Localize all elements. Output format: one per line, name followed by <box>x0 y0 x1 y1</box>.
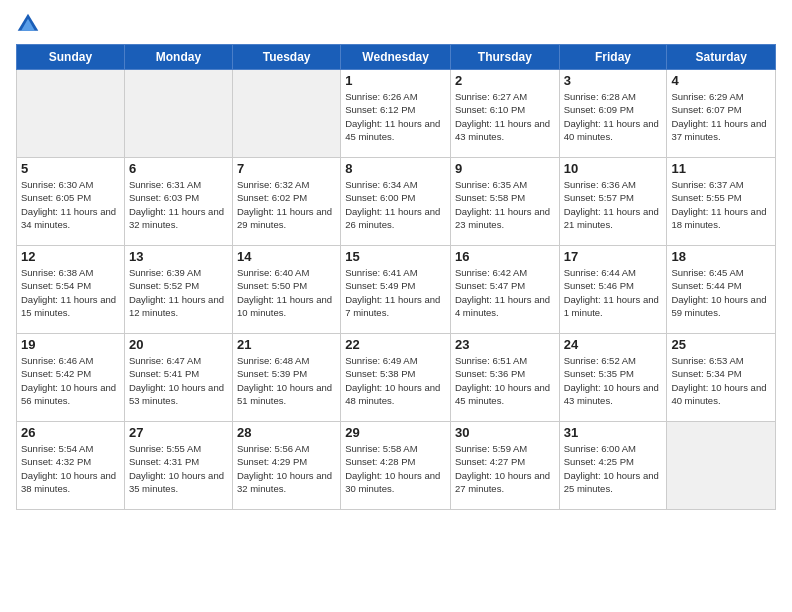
calendar-cell: 21Sunrise: 6:48 AM Sunset: 5:39 PM Dayli… <box>232 334 340 422</box>
calendar-week-row: 5Sunrise: 6:30 AM Sunset: 6:05 PM Daylig… <box>17 158 776 246</box>
day-number: 11 <box>671 161 771 176</box>
day-number: 26 <box>21 425 120 440</box>
day-info: Sunrise: 6:30 AM Sunset: 6:05 PM Dayligh… <box>21 178 120 231</box>
day-number: 18 <box>671 249 771 264</box>
calendar-cell: 1Sunrise: 6:26 AM Sunset: 6:12 PM Daylig… <box>341 70 451 158</box>
day-info: Sunrise: 6:40 AM Sunset: 5:50 PM Dayligh… <box>237 266 336 319</box>
calendar-cell: 13Sunrise: 6:39 AM Sunset: 5:52 PM Dayli… <box>124 246 232 334</box>
day-header-thursday: Thursday <box>450 45 559 70</box>
day-header-sunday: Sunday <box>17 45 125 70</box>
day-number: 8 <box>345 161 446 176</box>
calendar-cell: 23Sunrise: 6:51 AM Sunset: 5:36 PM Dayli… <box>450 334 559 422</box>
calendar-week-row: 1Sunrise: 6:26 AM Sunset: 6:12 PM Daylig… <box>17 70 776 158</box>
day-info: Sunrise: 6:28 AM Sunset: 6:09 PM Dayligh… <box>564 90 663 143</box>
day-number: 24 <box>564 337 663 352</box>
day-info: Sunrise: 6:49 AM Sunset: 5:38 PM Dayligh… <box>345 354 446 407</box>
day-info: Sunrise: 6:53 AM Sunset: 5:34 PM Dayligh… <box>671 354 771 407</box>
day-info: Sunrise: 6:37 AM Sunset: 5:55 PM Dayligh… <box>671 178 771 231</box>
calendar-cell: 7Sunrise: 6:32 AM Sunset: 6:02 PM Daylig… <box>232 158 340 246</box>
day-number: 17 <box>564 249 663 264</box>
calendar-cell: 18Sunrise: 6:45 AM Sunset: 5:44 PM Dayli… <box>667 246 776 334</box>
day-info: Sunrise: 6:41 AM Sunset: 5:49 PM Dayligh… <box>345 266 446 319</box>
day-header-tuesday: Tuesday <box>232 45 340 70</box>
day-info: Sunrise: 6:42 AM Sunset: 5:47 PM Dayligh… <box>455 266 555 319</box>
day-number: 2 <box>455 73 555 88</box>
calendar-week-row: 26Sunrise: 5:54 AM Sunset: 4:32 PM Dayli… <box>17 422 776 510</box>
day-info: Sunrise: 5:55 AM Sunset: 4:31 PM Dayligh… <box>129 442 228 495</box>
day-number: 28 <box>237 425 336 440</box>
day-info: Sunrise: 6:35 AM Sunset: 5:58 PM Dayligh… <box>455 178 555 231</box>
day-number: 12 <box>21 249 120 264</box>
day-info: Sunrise: 6:46 AM Sunset: 5:42 PM Dayligh… <box>21 354 120 407</box>
calendar-cell: 20Sunrise: 6:47 AM Sunset: 5:41 PM Dayli… <box>124 334 232 422</box>
day-number: 20 <box>129 337 228 352</box>
day-info: Sunrise: 6:38 AM Sunset: 5:54 PM Dayligh… <box>21 266 120 319</box>
calendar-cell: 8Sunrise: 6:34 AM Sunset: 6:00 PM Daylig… <box>341 158 451 246</box>
day-info: Sunrise: 6:47 AM Sunset: 5:41 PM Dayligh… <box>129 354 228 407</box>
day-number: 14 <box>237 249 336 264</box>
day-number: 4 <box>671 73 771 88</box>
day-info: Sunrise: 6:00 AM Sunset: 4:25 PM Dayligh… <box>564 442 663 495</box>
day-number: 21 <box>237 337 336 352</box>
day-header-saturday: Saturday <box>667 45 776 70</box>
calendar-cell: 4Sunrise: 6:29 AM Sunset: 6:07 PM Daylig… <box>667 70 776 158</box>
day-header-monday: Monday <box>124 45 232 70</box>
day-info: Sunrise: 6:31 AM Sunset: 6:03 PM Dayligh… <box>129 178 228 231</box>
calendar-cell: 31Sunrise: 6:00 AM Sunset: 4:25 PM Dayli… <box>559 422 667 510</box>
day-info: Sunrise: 6:34 AM Sunset: 6:00 PM Dayligh… <box>345 178 446 231</box>
calendar-cell: 28Sunrise: 5:56 AM Sunset: 4:29 PM Dayli… <box>232 422 340 510</box>
day-number: 15 <box>345 249 446 264</box>
calendar-cell: 14Sunrise: 6:40 AM Sunset: 5:50 PM Dayli… <box>232 246 340 334</box>
day-number: 25 <box>671 337 771 352</box>
day-number: 1 <box>345 73 446 88</box>
day-info: Sunrise: 6:45 AM Sunset: 5:44 PM Dayligh… <box>671 266 771 319</box>
day-number: 19 <box>21 337 120 352</box>
calendar-cell <box>124 70 232 158</box>
day-number: 23 <box>455 337 555 352</box>
page-container: SundayMondayTuesdayWednesdayThursdayFrid… <box>0 0 792 518</box>
day-number: 9 <box>455 161 555 176</box>
day-info: Sunrise: 6:48 AM Sunset: 5:39 PM Dayligh… <box>237 354 336 407</box>
logo <box>16 12 44 36</box>
day-info: Sunrise: 6:52 AM Sunset: 5:35 PM Dayligh… <box>564 354 663 407</box>
day-info: Sunrise: 5:56 AM Sunset: 4:29 PM Dayligh… <box>237 442 336 495</box>
day-info: Sunrise: 6:36 AM Sunset: 5:57 PM Dayligh… <box>564 178 663 231</box>
day-info: Sunrise: 6:44 AM Sunset: 5:46 PM Dayligh… <box>564 266 663 319</box>
day-header-friday: Friday <box>559 45 667 70</box>
calendar-week-row: 12Sunrise: 6:38 AM Sunset: 5:54 PM Dayli… <box>17 246 776 334</box>
calendar-cell: 12Sunrise: 6:38 AM Sunset: 5:54 PM Dayli… <box>17 246 125 334</box>
calendar-cell: 29Sunrise: 5:58 AM Sunset: 4:28 PM Dayli… <box>341 422 451 510</box>
calendar-cell: 24Sunrise: 6:52 AM Sunset: 5:35 PM Dayli… <box>559 334 667 422</box>
day-number: 16 <box>455 249 555 264</box>
day-number: 13 <box>129 249 228 264</box>
calendar-table: SundayMondayTuesdayWednesdayThursdayFrid… <box>16 44 776 510</box>
day-number: 31 <box>564 425 663 440</box>
calendar-cell <box>667 422 776 510</box>
calendar-cell <box>232 70 340 158</box>
day-info: Sunrise: 6:29 AM Sunset: 6:07 PM Dayligh… <box>671 90 771 143</box>
calendar-cell: 6Sunrise: 6:31 AM Sunset: 6:03 PM Daylig… <box>124 158 232 246</box>
calendar-cell: 22Sunrise: 6:49 AM Sunset: 5:38 PM Dayli… <box>341 334 451 422</box>
calendar-cell: 26Sunrise: 5:54 AM Sunset: 4:32 PM Dayli… <box>17 422 125 510</box>
day-header-wednesday: Wednesday <box>341 45 451 70</box>
calendar-cell: 30Sunrise: 5:59 AM Sunset: 4:27 PM Dayli… <box>450 422 559 510</box>
day-number: 27 <box>129 425 228 440</box>
calendar-cell: 27Sunrise: 5:55 AM Sunset: 4:31 PM Dayli… <box>124 422 232 510</box>
header <box>16 12 776 36</box>
day-number: 10 <box>564 161 663 176</box>
day-info: Sunrise: 6:26 AM Sunset: 6:12 PM Dayligh… <box>345 90 446 143</box>
calendar-week-row: 19Sunrise: 6:46 AM Sunset: 5:42 PM Dayli… <box>17 334 776 422</box>
calendar-cell: 9Sunrise: 6:35 AM Sunset: 5:58 PM Daylig… <box>450 158 559 246</box>
day-info: Sunrise: 5:59 AM Sunset: 4:27 PM Dayligh… <box>455 442 555 495</box>
day-number: 29 <box>345 425 446 440</box>
calendar-cell: 11Sunrise: 6:37 AM Sunset: 5:55 PM Dayli… <box>667 158 776 246</box>
logo-icon <box>16 12 40 36</box>
calendar-cell: 25Sunrise: 6:53 AM Sunset: 5:34 PM Dayli… <box>667 334 776 422</box>
day-info: Sunrise: 6:39 AM Sunset: 5:52 PM Dayligh… <box>129 266 228 319</box>
day-number: 5 <box>21 161 120 176</box>
calendar-cell: 2Sunrise: 6:27 AM Sunset: 6:10 PM Daylig… <box>450 70 559 158</box>
calendar-cell: 16Sunrise: 6:42 AM Sunset: 5:47 PM Dayli… <box>450 246 559 334</box>
day-number: 22 <box>345 337 446 352</box>
day-number: 3 <box>564 73 663 88</box>
day-info: Sunrise: 6:51 AM Sunset: 5:36 PM Dayligh… <box>455 354 555 407</box>
